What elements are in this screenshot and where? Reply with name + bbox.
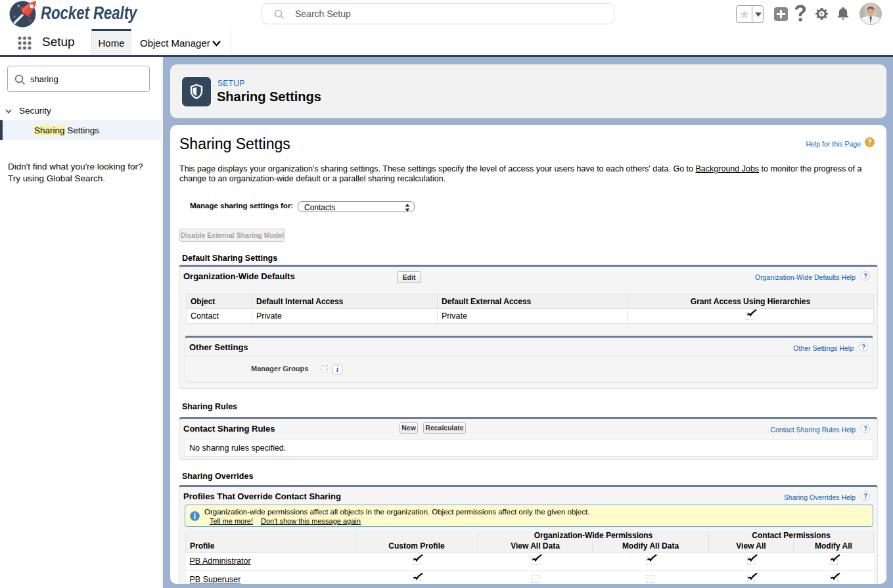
svg-text:?: ?: [867, 139, 871, 146]
